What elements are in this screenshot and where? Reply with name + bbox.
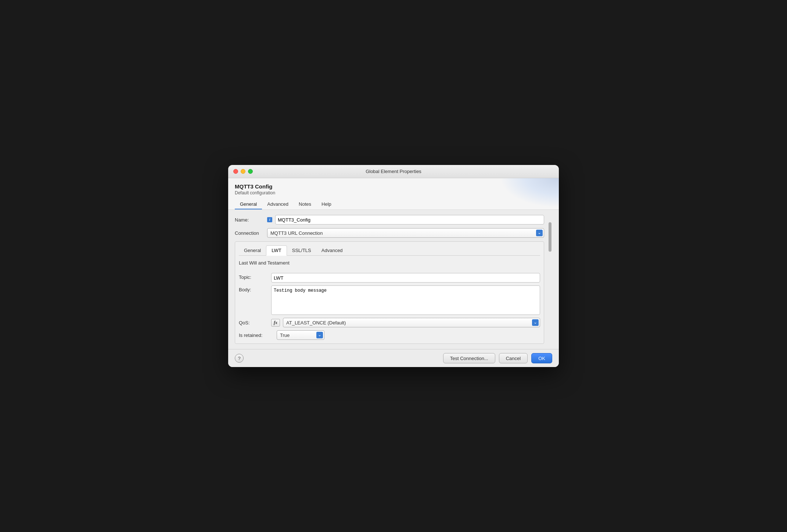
lwt-form: Last Will and Testament Topic: Body: Tes… bbox=[239, 260, 540, 340]
inner-panel: General LWT SSL/TLS Advanced Last Will a… bbox=[235, 241, 544, 344]
connection-row: Connection MQTT3 URL Connection bbox=[235, 228, 544, 238]
tab-advanced-outer[interactable]: Advanced bbox=[262, 199, 294, 209]
lwt-section-title: Last Will and Testament bbox=[239, 260, 540, 266]
ok-button[interactable]: OK bbox=[531, 353, 552, 363]
tab-lwt-inner[interactable]: LWT bbox=[266, 245, 287, 256]
tab-notes-outer[interactable]: Notes bbox=[294, 199, 316, 209]
body-label: Body: bbox=[239, 285, 268, 292]
topic-row: Topic: bbox=[239, 273, 540, 283]
retained-row: Is retained: True bbox=[239, 330, 540, 340]
tab-advanced-inner[interactable]: Advanced bbox=[316, 245, 348, 255]
body-row: Body: Testing body message bbox=[239, 285, 540, 315]
retained-select-wrap: True bbox=[277, 330, 324, 340]
topic-label: Topic: bbox=[239, 273, 268, 280]
topic-input[interactable] bbox=[271, 273, 540, 283]
qos-row: QoS: fx AT_LEAST_ONCE (Default) bbox=[239, 318, 540, 327]
retained-select[interactable]: True bbox=[277, 330, 324, 340]
footer-left: ? bbox=[235, 354, 244, 363]
connection-select-wrap: MQTT3 URL Connection bbox=[267, 228, 544, 238]
dialog-footer: ? Test Connection... Cancel OK bbox=[228, 349, 559, 367]
window-title: Global Element Properties bbox=[366, 169, 421, 174]
dialog-content: Name: Connection MQTT3 URL Connection G bbox=[228, 210, 559, 349]
connection-select[interactable]: MQTT3 URL Connection bbox=[267, 228, 544, 238]
fx-button[interactable]: fx bbox=[271, 319, 280, 327]
dialog-header: MQTT3 Config Default configuration Gener… bbox=[228, 178, 559, 210]
cancel-button[interactable]: Cancel bbox=[499, 353, 528, 363]
footer-right: Test Connection... Cancel OK bbox=[443, 353, 552, 363]
qos-label: QoS: bbox=[239, 320, 268, 326]
retained-label: Is retained: bbox=[239, 332, 274, 338]
test-connection-button[interactable]: Test Connection... bbox=[443, 353, 495, 363]
minimize-button[interactable] bbox=[241, 169, 245, 174]
tab-general-outer[interactable]: General bbox=[235, 199, 262, 209]
dialog: Global Element Properties MQTT3 Config D… bbox=[228, 165, 559, 367]
close-button[interactable] bbox=[233, 169, 238, 174]
name-input[interactable] bbox=[275, 215, 544, 224]
outer-tab-bar: General Advanced Notes Help bbox=[235, 199, 552, 209]
tab-help-outer[interactable]: Help bbox=[316, 199, 337, 209]
traffic-lights bbox=[233, 169, 253, 174]
connection-label: Connection bbox=[235, 230, 264, 236]
name-label: Name: bbox=[235, 217, 264, 223]
qos-select[interactable]: AT_LEAST_ONCE (Default) bbox=[283, 318, 540, 327]
inner-tab-bar: General LWT SSL/TLS Advanced bbox=[239, 245, 540, 256]
body-textarea[interactable]: Testing body message bbox=[271, 285, 540, 315]
qos-select-wrap: AT_LEAST_ONCE (Default) bbox=[283, 318, 540, 327]
titlebar: Global Element Properties bbox=[228, 165, 559, 178]
help-button[interactable]: ? bbox=[235, 354, 244, 363]
scrollbar-thumb[interactable] bbox=[549, 222, 551, 252]
main-panel: Name: Connection MQTT3 URL Connection G bbox=[235, 215, 544, 344]
name-row: Name: bbox=[235, 215, 544, 224]
tab-general-inner[interactable]: General bbox=[239, 245, 266, 255]
tab-ssl-tls-inner[interactable]: SSL/TLS bbox=[287, 245, 316, 255]
name-info-icon bbox=[267, 217, 272, 222]
maximize-button[interactable] bbox=[248, 169, 253, 174]
